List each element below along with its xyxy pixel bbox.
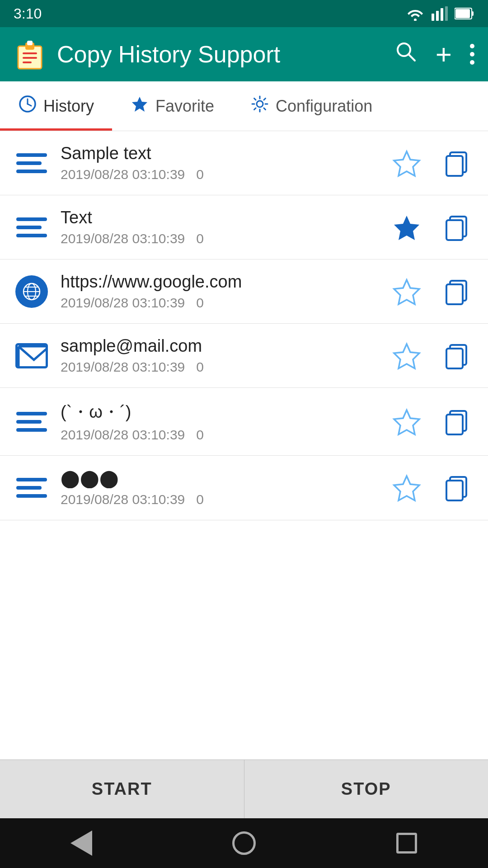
item-title: (`・ω・´): [61, 401, 380, 424]
item-type-icon: [14, 145, 50, 181]
recents-button[interactable]: [389, 825, 425, 861]
tab-configuration-label: Configuration: [276, 97, 372, 116]
copy-button[interactable]: [438, 145, 474, 181]
toolbar-title: Copy History Support: [57, 41, 394, 68]
text-type-icon: [16, 217, 47, 237]
item-content: Sample text 2019/08/28 03:10:39 0: [61, 144, 380, 182]
svg-rect-4: [445, 6, 448, 21]
email-type-icon: [15, 343, 48, 368]
svg-rect-42: [446, 415, 463, 434]
copy-button[interactable]: [438, 338, 474, 374]
item-meta: 2019/08/28 03:10:39 0: [61, 167, 380, 182]
svg-marker-25: [394, 216, 419, 240]
item-type-icon: [14, 470, 50, 506]
battery-icon: [455, 7, 474, 20]
item-content: ⬤⬤⬤ 2019/08/28 03:10:39 0: [61, 468, 380, 507]
status-bar: 3:10: [0, 0, 488, 27]
home-icon: [232, 831, 256, 855]
favorite-button[interactable]: [389, 145, 425, 181]
star-empty-icon: [392, 473, 421, 502]
copy-button[interactable]: [438, 470, 474, 506]
item-content: Text 2019/08/28 03:10:39 0: [61, 208, 380, 246]
svg-marker-20: [132, 97, 147, 112]
item-type-icon: [14, 338, 50, 374]
add-icon[interactable]: +: [436, 40, 452, 68]
item-meta: 2019/08/28 03:10:39 0: [61, 295, 380, 311]
svg-rect-35: [446, 284, 463, 304]
list-item[interactable]: https://www.google.com 2019/08/28 03:10:…: [0, 259, 488, 324]
svg-rect-45: [446, 481, 463, 500]
tab-favorite[interactable]: Favorite: [112, 81, 232, 131]
item-actions: [389, 145, 474, 181]
svg-marker-33: [394, 280, 419, 304]
favorite-button[interactable]: [389, 274, 425, 310]
stop-button[interactable]: STOP: [244, 760, 488, 818]
recents-icon: [396, 833, 417, 854]
text-type-icon: [16, 412, 47, 432]
search-icon[interactable]: [394, 40, 418, 69]
copy-icon: [442, 407, 471, 436]
bottom-buttons: START STOP: [0, 760, 488, 818]
app-logo: [14, 38, 46, 71]
item-content: (`・ω・´) 2019/08/28 03:10:39 0: [61, 401, 380, 443]
copy-button[interactable]: [438, 404, 474, 440]
tab-history[interactable]: History: [0, 81, 112, 131]
back-icon: [70, 830, 92, 856]
start-button[interactable]: START: [0, 760, 244, 818]
list-item[interactable]: Sample text 2019/08/28 03:10:39 0: [0, 131, 488, 195]
signal-icon: [432, 6, 448, 21]
item-title: sample@mail.com: [61, 336, 380, 356]
item-content: https://www.google.com 2019/08/28 03:10:…: [61, 272, 380, 311]
item-content: sample@mail.com 2019/08/28 03:10:39 0: [61, 336, 380, 375]
copy-button[interactable]: [438, 209, 474, 245]
favorite-button[interactable]: [389, 404, 425, 440]
svg-rect-2: [436, 11, 439, 21]
item-actions: [389, 404, 474, 440]
tab-configuration[interactable]: Configuration: [232, 81, 390, 131]
svg-rect-7: [472, 11, 474, 16]
list-item[interactable]: sample@mail.com 2019/08/28 03:10:39 0: [0, 324, 488, 388]
item-title: Sample text: [61, 144, 380, 163]
copy-icon: [442, 277, 471, 306]
svg-rect-27: [446, 220, 463, 240]
svg-rect-12: [23, 52, 37, 54]
svg-rect-6: [455, 9, 470, 18]
item-actions: [389, 209, 474, 245]
copy-icon: [442, 473, 471, 502]
status-time: 3:10: [14, 5, 42, 22]
item-meta: 2019/08/28 03:10:39 0: [61, 231, 380, 246]
tab-favorite-label: Favorite: [155, 97, 214, 116]
more-icon[interactable]: [470, 44, 474, 65]
item-meta: 2019/08/28 03:10:39 0: [61, 427, 380, 443]
item-meta: 2019/08/28 03:10:39 0: [61, 492, 380, 507]
tab-bar: History Favorite Configuration: [0, 81, 488, 131]
favorite-button[interactable]: [389, 209, 425, 245]
favorite-button[interactable]: [389, 470, 425, 506]
back-button[interactable]: [63, 825, 99, 861]
list-item[interactable]: ⬤⬤⬤ 2019/08/28 03:10:39 0: [0, 456, 488, 520]
star-empty-icon: [392, 407, 421, 436]
svg-point-0: [414, 19, 417, 21]
copy-icon: [442, 341, 471, 370]
item-actions: [389, 274, 474, 310]
svg-marker-37: [394, 344, 419, 368]
item-title: Text: [61, 208, 380, 227]
item-actions: [389, 470, 474, 506]
config-tab-icon: [250, 94, 269, 118]
svg-line-16: [408, 54, 415, 61]
item-type-icon: [14, 274, 50, 310]
svg-line-19: [28, 104, 31, 106]
copy-button[interactable]: [438, 274, 474, 310]
list-item[interactable]: (`・ω・´) 2019/08/28 03:10:39 0: [0, 388, 488, 456]
item-type-icon: [14, 209, 50, 245]
favorite-button[interactable]: [389, 338, 425, 374]
history-list: Sample text 2019/08/28 03:10:39 0 Text 2…: [0, 131, 488, 760]
copy-icon: [442, 213, 471, 242]
svg-rect-11: [27, 41, 33, 45]
favorite-tab-icon: [130, 94, 149, 118]
star-empty-icon: [392, 277, 421, 306]
list-item[interactable]: Text 2019/08/28 03:10:39 0: [0, 195, 488, 259]
home-button[interactable]: [226, 825, 262, 861]
svg-point-21: [257, 101, 263, 107]
svg-rect-14: [23, 61, 32, 63]
